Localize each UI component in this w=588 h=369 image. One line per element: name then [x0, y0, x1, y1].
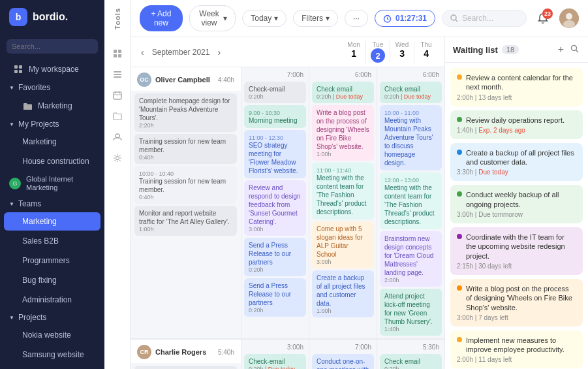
wl-dot-icon — [457, 117, 462, 122]
day-header-1: Mon 1 — [342, 41, 366, 63]
waiting-list-item[interactable]: Coordinate with the IT team for the upco… — [450, 227, 583, 275]
sidebar-global-item[interactable]: G Global Internet Marketing — [0, 171, 104, 196]
marketing-fav-label: Marketing — [38, 101, 72, 110]
event-card[interactable]: Write a blog post on the process of desi… — [312, 105, 374, 161]
more-button[interactable]: ··· — [345, 10, 368, 27]
logo-text: bordio. — [33, 11, 68, 23]
person-tool-icon[interactable] — [108, 128, 127, 146]
calendar-tool-icon[interactable] — [108, 86, 127, 104]
person-1-avatar: OC — [137, 72, 151, 87]
sidebar-my-projects-header[interactable]: ▼ My Projects — [0, 116, 104, 132]
person-col-spacer — [231, 41, 342, 63]
my-projects-label: My Projects — [18, 120, 59, 129]
timer-badge[interactable]: 01:27:31 — [375, 10, 435, 27]
wl-dot-icon — [457, 234, 462, 239]
svg-rect-0 — [14, 65, 18, 69]
chevron-down-icon: ▼ — [9, 85, 14, 91]
event-card[interactable]: Check email 0:20h | Due today — [380, 82, 442, 103]
event-card[interactable]: Complete homepage design for 'Mountain P… — [134, 93, 237, 132]
waiting-list-item[interactable]: Review daily operations report. 1:40h | … — [450, 110, 583, 139]
event-card[interactable]: Check email 0:20h | Due today — [312, 82, 374, 103]
person-1-day2-cell: 7:00h Check-email 0:20h 9:00 - 10:30 Mor… — [241, 67, 309, 338]
event-card[interactable]: Come up with 5 slogan ideas for ALP Guit… — [312, 221, 374, 268]
sidebar-item-programmers[interactable]: Programmers — [4, 251, 101, 270]
sidebar-item-my-workspace[interactable]: My workspace — [4, 59, 101, 79]
day-name-1: Mon — [342, 41, 365, 48]
wl-dot-icon — [457, 285, 462, 291]
event-card[interactable]: Send a Press Release to our partners 0:2… — [244, 278, 306, 317]
waiting-list-item[interactable]: Conduct weekly backup of all ongoing pro… — [450, 185, 583, 223]
user-avatar[interactable] — [559, 8, 579, 28]
person-row-2: CR Charlie Rogers 5:40h Check-email 0:20… — [131, 340, 444, 369]
sidebar-favorites-header[interactable]: ▼ Favorites — [0, 80, 104, 95]
sidebar-search-input[interactable] — [7, 39, 98, 54]
event-card[interactable]: Attend project kick-off meeting for new … — [380, 289, 442, 336]
svg-point-15 — [116, 134, 119, 138]
event-card[interactable]: Brainstorm new design concepts for 'Drea… — [380, 231, 442, 287]
event-card[interactable]: Monitor and report website traffic for '… — [134, 206, 237, 236]
waiting-list-add-button[interactable]: + — [557, 44, 565, 56]
calendar-main: ‹ September 2021 › Mon 1 Tue 2 — [131, 37, 444, 369]
sidebar-item-marketing-fav[interactable]: Marketing — [4, 96, 101, 116]
prev-nav-button[interactable]: ‹ — [137, 46, 148, 59]
event-card[interactable]: 9:00 - 10:30 Morning meeting — [244, 105, 306, 128]
svg-rect-5 — [118, 50, 121, 53]
waiting-list-item[interactable]: Write a blog post on the process of desi… — [450, 279, 583, 327]
sidebar-item-administration[interactable]: Administration — [4, 291, 101, 309]
sidebar-item-marketing-proj[interactable]: Marketing — [4, 133, 101, 151]
week-view-button[interactable]: Week view ▾ — [189, 5, 236, 31]
projects-sub-label: Projects — [18, 313, 46, 322]
today-button[interactable]: Today ▾ — [242, 10, 286, 27]
sidebar-item-bug-fixing[interactable]: Bug fixing — [4, 271, 101, 289]
event-card[interactable]: Training session for new team member. 0:… — [134, 134, 237, 164]
calendar-area: ‹ September 2021 › Mon 1 Tue 2 — [131, 37, 588, 369]
event-card[interactable]: Create a backup of all project files and… — [312, 270, 374, 317]
person-2-col1-events: Check-email 0:20h 10:00 - 10:40 — [131, 363, 241, 369]
person-2-avatar: CR — [137, 345, 151, 359]
event-card[interactable]: 12:00 - 13:00 Meeting with the content t… — [380, 172, 442, 229]
person-1-day4-hours: 6:00h — [380, 70, 442, 80]
notification-button[interactable]: 23 — [533, 8, 553, 28]
settings-tool-icon[interactable] — [108, 149, 127, 167]
sidebar-item-nokia[interactable]: Nokia website — [4, 326, 101, 344]
event-card[interactable]: Conduct one-on-one meetings with direct … — [312, 354, 374, 369]
grid-tool-icon[interactable] — [108, 44, 127, 63]
person-1-day2-hours: 7:00h — [244, 70, 306, 80]
folder-tool-icon[interactable] — [108, 107, 127, 125]
svg-point-21 — [566, 13, 572, 20]
wl-item-title: Conduct weekly backup of all ongoing pro… — [466, 190, 576, 209]
event-card[interactable]: Check-email 0:20h — [134, 366, 237, 369]
waiting-list-item[interactable]: Create a backup of all project files and… — [450, 143, 583, 182]
sidebar-item-deloitte[interactable]: Deloitte redesign — [4, 365, 101, 369]
sidebar-item-sales[interactable]: Sales B2B — [4, 232, 101, 250]
global-workspace-icon: G — [9, 178, 21, 189]
sidebar-projects-header[interactable]: ▼ Projects — [0, 310, 104, 325]
wl-item-title: Write a blog post on the process of desi… — [466, 284, 576, 312]
event-card[interactable]: Check-email 0:20h — [244, 82, 306, 103]
event-card[interactable]: 10:00 - 11:00 Meeting with Mountain Peak… — [380, 105, 442, 170]
event-card[interactable]: 10:00 - 10:40 Training session for new t… — [134, 166, 237, 204]
filters-button[interactable]: Filters ▾ — [293, 10, 338, 27]
chevron-filters-icon: ▾ — [326, 14, 330, 23]
event-card[interactable]: Check email 0:20h — [380, 354, 442, 369]
event-card[interactable]: 11:00 - 12:30 SEO strategy meeting for '… — [244, 130, 306, 178]
waiting-list-item[interactable]: Implement new measures to improve employ… — [450, 330, 583, 369]
sidebar-item-marketing-team[interactable]: Marketing — [4, 212, 101, 231]
list-tool-icon[interactable] — [108, 65, 127, 84]
teams-label: Teams — [18, 199, 41, 208]
sidebar-item-samsung[interactable]: Samsung website — [4, 345, 101, 364]
search-box[interactable]: Search... — [442, 10, 527, 27]
next-nav-button[interactable]: › — [213, 46, 224, 59]
waiting-list-search-button[interactable] — [569, 44, 580, 56]
sidebar-teams-header[interactable]: ▼ Teams — [0, 196, 104, 212]
sidebar-item-house-construction[interactable]: House construction — [4, 152, 101, 170]
event-card[interactable]: 11:00 - 11:40 Meeting with the content t… — [312, 163, 374, 219]
event-card[interactable]: Review and respond to design feedback fr… — [244, 180, 306, 236]
nokia-label: Nokia website — [22, 330, 71, 340]
workspace-icon — [13, 64, 23, 74]
event-card[interactable]: Check-email 0:20h | Due today — [244, 354, 306, 369]
waiting-list-item[interactable]: Review a content calendar for the next m… — [450, 68, 583, 106]
add-new-button[interactable]: + Add new — [140, 5, 183, 31]
event-card[interactable]: Send a Press Release to our partners 0:2… — [244, 238, 306, 276]
chevron-projects-icon: ▼ — [9, 315, 14, 321]
